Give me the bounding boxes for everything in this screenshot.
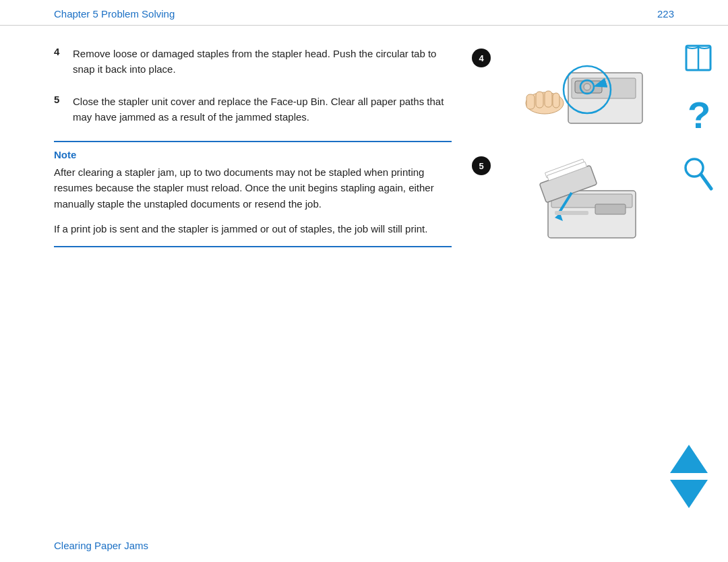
note-section: Note After clearing a stapler jam, up to… (54, 141, 452, 247)
svg-line-24 (701, 175, 711, 189)
svg-rect-8 (536, 92, 543, 108)
svg-rect-19 (595, 204, 626, 214)
illustration-column: 4 (465, 46, 667, 255)
step-4-item: 4 Remove loose or damaged staples from t… (54, 46, 452, 77)
nav-arrows (670, 445, 708, 508)
step-4-illustration: 4 (472, 46, 667, 133)
step-5-number: 5 (54, 94, 73, 105)
step-5-image (496, 154, 667, 241)
step-5-item: 5 Close the stapler unit cover and repla… (54, 94, 452, 125)
next-page-button[interactable] (670, 480, 708, 508)
main-content: 4 Remove loose or damaged staples from t… (0, 26, 728, 275)
footer-link[interactable]: Clearing Paper Jams (54, 540, 148, 551)
page-number: 223 (657, 8, 674, 20)
step-5-badge: 5 (472, 156, 491, 175)
svg-rect-10 (553, 93, 559, 108)
svg-point-4 (584, 84, 590, 90)
header-section: Problem Solving (101, 8, 175, 20)
step-5-svg (496, 154, 667, 241)
book-icon[interactable] (681, 40, 716, 75)
svg-rect-7 (526, 94, 535, 109)
step-5-text: Close the stapler unit cover and replace… (73, 94, 452, 125)
help-icon[interactable]: ? (681, 96, 716, 136)
step-4-text: Remove loose or damaged staples from the… (73, 46, 452, 77)
text-column: 4 Remove loose or damaged staples from t… (54, 46, 465, 255)
svg-rect-9 (545, 91, 552, 107)
note-text-2: If a print job is sent and the stapler i… (54, 221, 452, 237)
svg-text:?: ? (688, 96, 710, 136)
step-4-badge: 4 (472, 49, 491, 67)
sidebar-icons: ? (681, 40, 716, 191)
note-text-1: After clearing a stapler jam, up to two … (54, 164, 452, 212)
header-chapter-section: Chapter 5 Problem Solving (54, 8, 175, 20)
step-4-svg (496, 46, 667, 133)
step-5-illustration: 5 (472, 154, 667, 241)
step-4-image (496, 46, 667, 133)
svg-rect-18 (555, 211, 588, 215)
search-icon[interactable] (683, 156, 714, 191)
page-header: Chapter 5 Problem Solving 223 (0, 0, 728, 26)
step-4-number: 4 (54, 46, 73, 57)
chapter-label: Chapter 5 (54, 8, 98, 20)
footer: Clearing Paper Jams (54, 540, 148, 551)
note-label: Note (54, 149, 452, 160)
previous-page-button[interactable] (670, 445, 708, 473)
